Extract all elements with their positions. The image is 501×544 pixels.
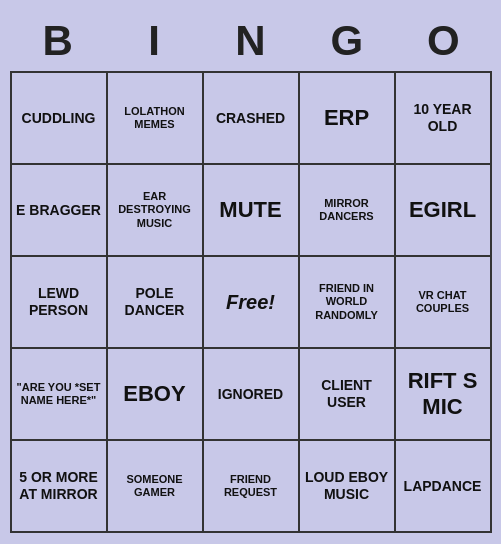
cell-text-23: LOUD EBOY MUSIC	[304, 469, 390, 503]
bingo-cell-13[interactable]: FRIEND IN WORLD RANDOMLY	[300, 257, 396, 349]
cell-text-6: EAR DESTROYING MUSIC	[112, 190, 198, 230]
cell-text-20: 5 OR MORE AT MIRROR	[16, 469, 102, 503]
bingo-cell-14[interactable]: VR CHAT COUPLES	[396, 257, 492, 349]
header-n: N	[205, 17, 295, 65]
bingo-cell-21[interactable]: SOMEONE GAMER	[108, 441, 204, 533]
cell-text-5: E BRAGGER	[16, 202, 101, 219]
header-g: G	[302, 17, 392, 65]
cell-text-18: CLIENT USER	[304, 377, 390, 411]
cell-text-10: LEWD PERSON	[16, 285, 102, 319]
bingo-cell-22[interactable]: FRIEND REQUEST	[204, 441, 300, 533]
bingo-cell-24[interactable]: LAPDANCE	[396, 441, 492, 533]
bingo-cell-8[interactable]: MIRROR DANCERS	[300, 165, 396, 257]
bingo-cell-2[interactable]: CRASHED	[204, 73, 300, 165]
cell-text-11: POLE DANCER	[112, 285, 198, 319]
bingo-cell-0[interactable]: cuddling	[12, 73, 108, 165]
cell-text-17: IGNORED	[218, 386, 283, 403]
cell-text-1: LOLATHON MEMES	[112, 105, 198, 131]
cell-text-15: "ARE YOU *SET NAME HERE*"	[16, 381, 102, 407]
cell-text-24: LAPDANCE	[404, 478, 482, 495]
cell-text-21: SOMEONE GAMER	[112, 473, 198, 499]
bingo-cell-3[interactable]: ERP	[300, 73, 396, 165]
bingo-card: B I N G O cuddlingLOLATHON MEMESCRASHEDE…	[6, 7, 496, 537]
cell-text-13: FRIEND IN WORLD RANDOMLY	[304, 282, 390, 322]
header-o: O	[398, 17, 488, 65]
header-b: B	[13, 17, 103, 65]
bingo-cell-18[interactable]: CLIENT USER	[300, 349, 396, 441]
cell-text-9: EGIRL	[409, 197, 476, 223]
bingo-cell-15[interactable]: "ARE YOU *SET NAME HERE*"	[12, 349, 108, 441]
bingo-cell-5[interactable]: E BRAGGER	[12, 165, 108, 257]
bingo-cell-19[interactable]: RIFT S MIC	[396, 349, 492, 441]
cell-text-14: VR CHAT COUPLES	[400, 289, 486, 315]
bingo-cell-17[interactable]: IGNORED	[204, 349, 300, 441]
cell-text-4: 10 YEAR OLD	[400, 101, 486, 135]
cell-text-7: MUTE	[219, 197, 281, 223]
cell-text-19: RIFT S MIC	[400, 368, 486, 421]
bingo-cell-7[interactable]: MUTE	[204, 165, 300, 257]
bingo-grid: cuddlingLOLATHON MEMESCRASHEDERP10 YEAR …	[10, 71, 492, 533]
bingo-cell-9[interactable]: EGIRL	[396, 165, 492, 257]
bingo-cell-4[interactable]: 10 YEAR OLD	[396, 73, 492, 165]
cell-text-12: Free!	[226, 290, 275, 314]
header-i: I	[109, 17, 199, 65]
bingo-cell-23[interactable]: LOUD EBOY MUSIC	[300, 441, 396, 533]
bingo-cell-12[interactable]: Free!	[204, 257, 300, 349]
bingo-cell-11[interactable]: POLE DANCER	[108, 257, 204, 349]
bingo-header: B I N G O	[10, 11, 492, 71]
cell-text-2: CRASHED	[216, 110, 285, 127]
cell-text-0: cuddling	[22, 110, 96, 127]
bingo-cell-1[interactable]: LOLATHON MEMES	[108, 73, 204, 165]
cell-text-3: ERP	[324, 105, 369, 131]
bingo-cell-20[interactable]: 5 OR MORE AT MIRROR	[12, 441, 108, 533]
cell-text-8: MIRROR DANCERS	[304, 197, 390, 223]
bingo-cell-16[interactable]: EBOY	[108, 349, 204, 441]
cell-text-22: FRIEND REQUEST	[208, 473, 294, 499]
bingo-cell-6[interactable]: EAR DESTROYING MUSIC	[108, 165, 204, 257]
bingo-cell-10[interactable]: LEWD PERSON	[12, 257, 108, 349]
cell-text-16: EBOY	[123, 381, 185, 407]
